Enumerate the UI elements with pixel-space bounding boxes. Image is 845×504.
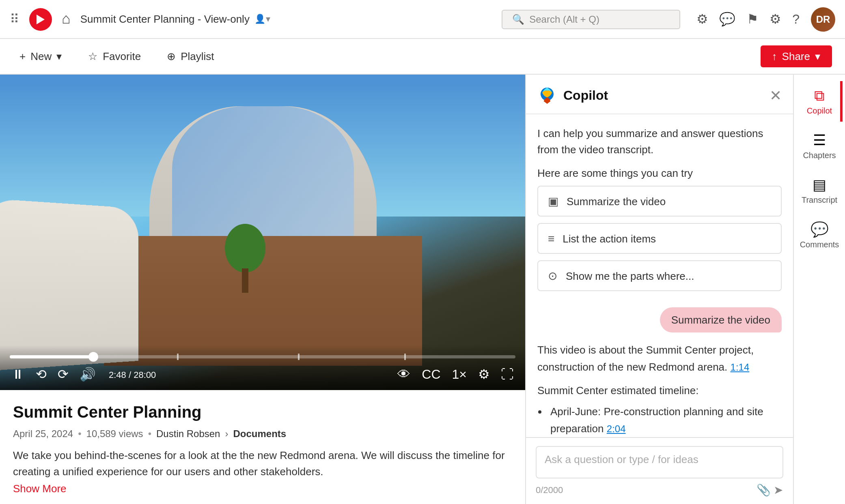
alerts-icon[interactable]: ⚙ (696, 11, 708, 27)
char-count: 0/2000 (536, 485, 753, 495)
captions-button[interactable]: 👁 (396, 365, 412, 383)
transcript-side-label: Transcript (802, 195, 837, 204)
home-icon[interactable]: ⌂ (62, 11, 71, 28)
playlist-button[interactable]: ⊕ Playlist (160, 47, 220, 66)
nav-title-area: Summit Center Planning - View-only 👤▾ (80, 13, 492, 25)
copilot-input[interactable]: Ask a question or type / for ideas (536, 446, 783, 478)
pause-button[interactable]: ⏸ (10, 365, 26, 383)
attach-button[interactable]: 📎 (757, 483, 770, 496)
grid-icon[interactable]: ⠿ (10, 11, 19, 27)
copilot-intro: I can help you summarize and answer ques… (537, 126, 782, 157)
try-heading: Here are some things you can try (537, 167, 782, 179)
volume-button[interactable]: 🔊 (78, 365, 97, 384)
summarize-icon: ▣ (548, 195, 558, 208)
suggestion-show-parts[interactable]: ⊙ Show me the parts where... (537, 260, 782, 291)
side-icon-copilot[interactable]: ⧉ Copilot (797, 81, 842, 122)
share-icon: ↑ (772, 50, 777, 62)
copilot-title: Copilot (563, 88, 770, 103)
settings-icon[interactable]: ⚙ (770, 11, 781, 27)
dropdown-icon: ▾ (56, 50, 62, 62)
suggestion-action-items-label: List the action items (563, 232, 656, 244)
user-avatar[interactable]: DR (811, 7, 835, 31)
help-icon[interactable]: ? (792, 12, 800, 26)
favorite-label: Favorite (103, 50, 141, 62)
new-label: New (30, 50, 52, 62)
breadcrumb-link[interactable]: Documents (233, 428, 286, 440)
copilot-response: This video is about the Summit Center pr… (537, 342, 782, 437)
side-icon-transcript[interactable]: ▤ Transcript (797, 169, 842, 211)
suggestion-summarize-label: Summarize the video (567, 195, 666, 207)
favorite-button[interactable]: ☆ Favorite (82, 47, 147, 66)
send-button[interactable]: ➤ (774, 483, 783, 496)
video-description: We take you behind-the-scenes for a look… (13, 448, 512, 479)
share-label: Share (782, 50, 810, 62)
copilot-header: Copilot ✕ (526, 75, 793, 114)
side-panel: ⧉ Copilot ☰ Chapters ▤ Transcript 💬 Comm… (793, 75, 845, 504)
suggestion-summarize[interactable]: ▣ Summarize the video (537, 186, 782, 217)
quality-button[interactable]: ⚙ (476, 365, 491, 384)
new-button[interactable]: + New ▾ (13, 47, 69, 66)
suggestion-action-items[interactable]: ≡ List the action items (537, 223, 782, 254)
timestamp-link-2[interactable]: 2:04 (607, 423, 626, 435)
video-views: 10,589 views (86, 428, 143, 440)
video-thumbnail (0, 75, 525, 390)
video-panel: ⏸ ⟲ ⟳ 🔊 2:48 / 28:00 👁 CC 1× ⚙ ⛶ (0, 75, 525, 504)
copilot-side-icon: ⧉ (814, 88, 825, 105)
suggestion-show-parts-label: Show me the parts where... (566, 270, 694, 282)
copilot-logo-icon (537, 86, 557, 105)
share-chevron: ▾ (815, 50, 821, 62)
video-meta: April 25, 2024 • 10,589 views • Dustin R… (13, 428, 512, 440)
action-items-icon: ≡ (548, 232, 554, 245)
search-icon: 🔍 (512, 13, 524, 25)
svg-marker-0 (37, 14, 45, 24)
timeline-title: Summit Center estimated timeline: (537, 382, 782, 399)
progress-dot (88, 352, 98, 362)
video-player[interactable]: ⏸ ⟲ ⟳ 🔊 2:48 / 28:00 👁 CC 1× ⚙ ⛶ (0, 75, 525, 390)
avatar-image: DR (811, 7, 835, 31)
video-title: Summit Center Planning (13, 403, 512, 422)
speed-button[interactable]: 1× (451, 365, 469, 383)
ctrl-right: 👁 CC 1× ⚙ ⛶ (396, 365, 515, 384)
side-icon-chapters[interactable]: ☰ Chapters (797, 125, 842, 166)
search-box[interactable]: 🔍 Search (Alt + Q) (502, 9, 680, 29)
fullscreen-button[interactable]: ⛶ (499, 365, 515, 383)
user-message-container: Summarize the video (537, 307, 782, 332)
top-nav: ⠿ ⌂ Summit Center Planning - View-only 👤… (0, 0, 845, 39)
comments-side-icon: 💬 (811, 221, 828, 238)
time-display: 2:48 / 28:00 (109, 369, 156, 379)
video-controls: ⏸ ⟲ ⟳ 🔊 2:48 / 28:00 👁 CC 1× ⚙ ⛶ (0, 345, 525, 390)
nav-icons-group: ⚙ 💬 ⚑ ⚙ ? DR (696, 7, 835, 31)
sep1: • (78, 428, 81, 440)
share-button[interactable]: ↑ Share ▾ (761, 45, 832, 67)
main-content: ⏸ ⟲ ⟳ 🔊 2:48 / 28:00 👁 CC 1× ⚙ ⛶ (0, 75, 845, 504)
timestamp-link-1[interactable]: 1:14 (731, 362, 750, 373)
plus-icon: + (19, 50, 26, 62)
forward-button[interactable]: ⟳ (56, 365, 70, 384)
search-placeholder: Search (Alt + Q) (529, 13, 599, 25)
user-share-icon: 👤▾ (254, 14, 271, 24)
progress-bar[interactable] (10, 355, 515, 358)
transcript-side-icon: ▤ (813, 176, 826, 194)
copilot-body: I can help you summarize and answer ques… (526, 114, 793, 437)
flag-icon[interactable]: ⚑ (747, 11, 758, 27)
copilot-close-button[interactable]: ✕ (770, 87, 782, 105)
action-bar: + New ▾ ☆ Favorite ⊕ Playlist ↑ Share ▾ (0, 39, 845, 75)
copilot-input-wrapper: Ask a question or type / for ideas (536, 446, 783, 478)
cc-button[interactable]: CC (420, 365, 442, 383)
side-icon-comments[interactable]: 💬 Comments (797, 214, 842, 255)
playlist-label: Playlist (181, 50, 214, 62)
app-logo-button[interactable] (29, 8, 52, 30)
suggestions-section: Here are some things you can try ▣ Summa… (537, 167, 782, 298)
show-more-link[interactable]: Show More (13, 483, 512, 495)
copilot-input-row: 0/2000 📎 ➤ (536, 478, 783, 496)
comments-side-label: Comments (800, 240, 839, 249)
timeline-item-1: April-June: Pre-construction planning an… (550, 404, 782, 437)
rewind-button[interactable]: ⟲ (34, 365, 48, 384)
active-indicator (840, 81, 842, 122)
progress-fill (10, 355, 94, 358)
chat-icon[interactable]: 💬 (719, 11, 735, 27)
sep2: • (148, 428, 151, 440)
video-author: Dustin Robsen (156, 428, 220, 440)
input-placeholder: Ask a question or type / for ideas (545, 453, 698, 465)
breadcrumb-chevron: › (225, 428, 228, 440)
